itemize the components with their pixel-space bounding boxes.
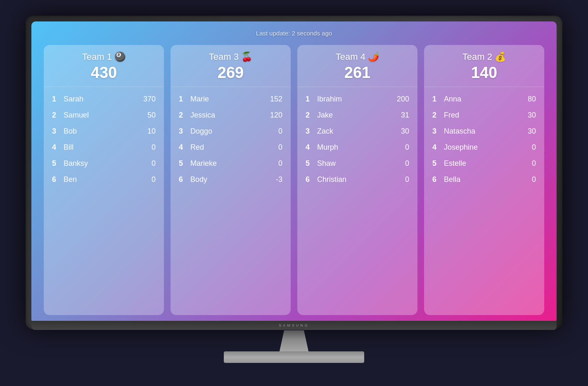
team-card-3: Team 4 🌶️2611Ibrahim2002Jake313Zack304Mu… xyxy=(297,45,417,315)
member-name: Bella xyxy=(441,175,519,184)
member-name: Josephine xyxy=(441,143,519,152)
tv-stand-base xyxy=(224,351,364,363)
member-name: Body xyxy=(188,175,266,184)
member-name: Samuel xyxy=(61,111,139,120)
member-row: 3Natascha30 xyxy=(431,123,538,139)
member-points: 0 xyxy=(393,175,409,184)
tv-stand-neck xyxy=(269,330,319,353)
member-row: 3Bob10 xyxy=(50,123,157,139)
member-points: 200 xyxy=(393,95,409,104)
team-members-2: 1Marie1522Jessica1203Doggo04Red05Marieke… xyxy=(171,87,291,315)
tv-bezel: Last update: 2 seconds ago Team 1 🎱4301S… xyxy=(26,16,562,329)
member-name: Estelle xyxy=(441,159,519,168)
member-row: 6Body-3 xyxy=(177,172,284,188)
member-points: 0 xyxy=(519,159,536,168)
member-points: 10 xyxy=(139,127,156,136)
member-rank: 3 xyxy=(306,127,315,136)
member-row: 4Red0 xyxy=(177,139,284,155)
team-name-3: Team 4 🌶️ xyxy=(306,52,409,62)
member-points: 120 xyxy=(266,111,282,120)
member-rank: 6 xyxy=(432,175,441,184)
member-row: 4Bill0 xyxy=(50,139,157,155)
member-name: Bill xyxy=(61,143,139,152)
member-name: Jake xyxy=(315,111,393,120)
team-card-1: Team 1 🎱4301Sarah3702Samuel503Bob104Bill… xyxy=(44,45,164,315)
member-name: Shaw xyxy=(315,159,393,168)
member-name: Red xyxy=(188,143,266,152)
member-row: 1Anna80 xyxy=(431,91,538,107)
member-points: 0 xyxy=(519,175,536,184)
member-name: Marie xyxy=(188,95,266,104)
member-rank: 6 xyxy=(179,175,188,184)
member-rank: 1 xyxy=(432,95,441,104)
member-name: Ibrahim xyxy=(315,95,393,104)
member-row: 3Zack30 xyxy=(304,123,411,139)
member-rank: 1 xyxy=(179,95,188,104)
member-name: Jessica xyxy=(188,111,266,120)
member-points: 0 xyxy=(139,143,156,152)
member-name: Marieke xyxy=(188,159,266,168)
member-row: 4Josephine0 xyxy=(431,139,538,155)
member-rank: 4 xyxy=(306,143,315,152)
member-rank: 2 xyxy=(179,111,188,120)
last-update-text: Last update: 2 seconds ago xyxy=(256,30,332,37)
member-rank: 5 xyxy=(179,159,188,168)
member-points: 50 xyxy=(139,111,156,120)
member-name: Sarah xyxy=(61,95,139,104)
team-score-4: 140 xyxy=(432,64,536,82)
member-rank: 2 xyxy=(432,111,441,120)
team-card-4: Team 2 💰1401Anna802Fred303Natascha304Jos… xyxy=(424,45,544,315)
member-points: 0 xyxy=(393,143,409,152)
team-name-2: Team 3 🍒 xyxy=(179,52,282,62)
member-rank: 6 xyxy=(306,175,315,184)
member-name: Christian xyxy=(315,175,393,184)
member-rank: 4 xyxy=(179,143,188,152)
team-members-1: 1Sarah3702Samuel503Bob104Bill05Banksy06B… xyxy=(44,87,164,315)
team-name-1: Team 1 🎱 xyxy=(52,52,156,62)
team-score-2: 269 xyxy=(179,64,282,82)
member-rank: 2 xyxy=(306,111,315,120)
member-rank: 5 xyxy=(432,159,441,168)
member-points: 0 xyxy=(266,127,282,136)
member-row: 1Marie152 xyxy=(177,91,284,107)
team-card-2: Team 3 🍒2691Marie1522Jessica1203Doggo04R… xyxy=(171,45,291,315)
tv-display: Last update: 2 seconds ago Team 1 🎱4301S… xyxy=(26,16,562,370)
member-points: 0 xyxy=(393,159,409,168)
member-points: -3 xyxy=(266,175,282,184)
member-rank: 5 xyxy=(306,159,315,168)
tv-screen: Last update: 2 seconds ago Team 1 🎱4301S… xyxy=(31,21,557,323)
tv-bottom-bar: SAMSUNG xyxy=(31,321,557,330)
member-rank: 6 xyxy=(52,175,61,184)
teams-container: Team 1 🎱4301Sarah3702Samuel503Bob104Bill… xyxy=(44,45,544,315)
member-row: 1Ibrahim200 xyxy=(304,91,411,107)
member-name: Banksy xyxy=(61,159,139,168)
member-row: 6Christian0 xyxy=(304,172,411,188)
member-points: 30 xyxy=(519,111,536,120)
member-row: 2Samuel50 xyxy=(50,107,157,123)
member-row: 5Banksy0 xyxy=(50,155,157,172)
member-points: 31 xyxy=(393,111,409,120)
member-rank: 3 xyxy=(52,127,61,136)
member-name: Ben xyxy=(61,175,139,184)
member-rank: 2 xyxy=(52,111,61,120)
member-rank: 1 xyxy=(306,95,315,104)
member-row: 5Marieke0 xyxy=(177,155,284,172)
team-score-1: 430 xyxy=(52,64,156,82)
brand-label: SAMSUNG xyxy=(279,323,309,327)
member-row: 2Jessica120 xyxy=(177,107,284,123)
member-name: Zack xyxy=(315,127,393,136)
member-row: 2Fred30 xyxy=(431,107,538,123)
member-row: 5Shaw0 xyxy=(304,155,411,172)
member-name: Doggo xyxy=(188,127,266,136)
member-rank: 4 xyxy=(52,143,61,152)
member-rank: 3 xyxy=(179,127,188,136)
member-rank: 4 xyxy=(432,143,441,152)
member-row: 4Murph0 xyxy=(304,139,411,155)
member-points: 30 xyxy=(393,127,409,136)
member-points: 0 xyxy=(139,175,156,184)
member-rank: 1 xyxy=(52,95,61,104)
member-row: 1Sarah370 xyxy=(50,91,157,107)
member-name: Anna xyxy=(441,95,519,104)
member-points: 0 xyxy=(519,143,536,152)
member-name: Natascha xyxy=(441,127,519,136)
